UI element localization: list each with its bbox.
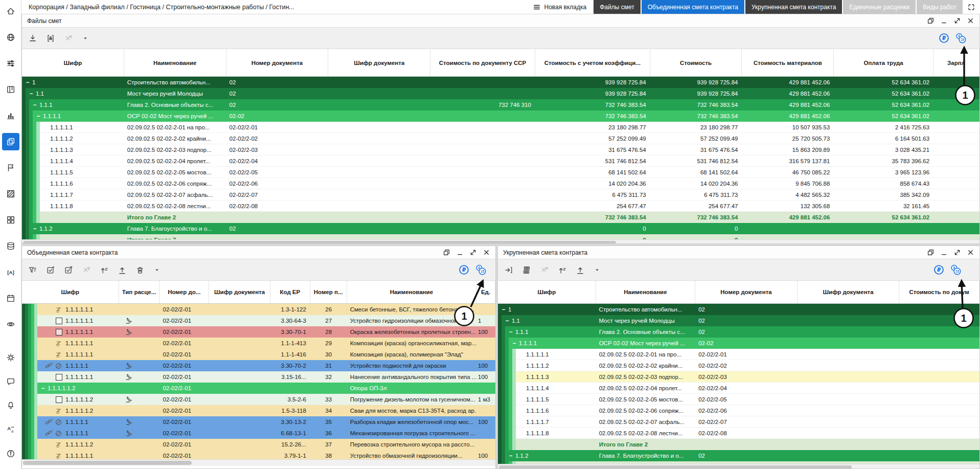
breadcrumb[interactable]: Корпорация / Западный филиал / Гостиница… xyxy=(21,4,294,11)
ruble-currency-icon[interactable]: ₽ xyxy=(459,264,469,275)
download-icon[interactable] xyxy=(28,34,37,43)
collapse-icon[interactable]: − xyxy=(509,329,515,335)
collapse-icon[interactable]: − xyxy=(33,226,39,232)
column-header[interactable]: Номер документа xyxy=(226,49,329,76)
caret-icon[interactable] xyxy=(594,266,601,274)
table-row[interactable]: Итого по Главе 2732 746 383.54732 746 38… xyxy=(22,212,979,223)
maximize-icon[interactable] xyxy=(469,249,477,256)
tab-3[interactable]: Укрупненная смета контракта xyxy=(745,0,842,14)
table-row[interactable]: Итого по Главе 700 xyxy=(22,234,979,239)
collapse-icon[interactable]: − xyxy=(33,102,39,108)
table-row[interactable]: 1.1.1.1.602.09.02.5 02-02-2-06 сопряж...… xyxy=(498,405,979,416)
horizontal-scrollbar[interactable] xyxy=(22,459,495,466)
column-header[interactable]: Номер до... xyxy=(159,281,209,303)
column-header[interactable]: Наименование xyxy=(347,281,476,303)
tab-1[interactable]: Файлы смет xyxy=(594,0,640,14)
sidebar-item-grid[interactable] xyxy=(2,211,19,229)
filter-x-icon[interactable] xyxy=(64,34,73,43)
row-checkbox[interactable] xyxy=(56,329,62,336)
table-row[interactable]: 1.1.1.1.502.09.02.5 02-02-2-05 мостов...… xyxy=(22,167,979,178)
sidebar-item-translate[interactable]: Aя xyxy=(2,421,19,438)
table-row[interactable]: −1.1.1Глава 2. Основные объекты с...02 xyxy=(498,326,979,338)
column-header[interactable]: Стоимость по докум xyxy=(899,281,979,303)
table-row[interactable]: 1.1.1.1.1.202-02/2-011.5-3-11834Сваи для… xyxy=(22,405,495,416)
sidebar-item-text-a[interactable]: [A] xyxy=(2,263,19,281)
table-row[interactable]: 1.1.1.1.1.102-02/2-013.15-16...32Нанесен… xyxy=(22,371,495,383)
collapse-icon[interactable]: − xyxy=(41,385,48,391)
table-row[interactable]: 1.1.1.1.1.102-02/2-011.3-1-12226Смеси бе… xyxy=(22,304,495,315)
horizontal-splitter[interactable] xyxy=(21,244,980,245)
restore-icon[interactable] xyxy=(927,249,935,256)
table-row[interactable]: 1.1.1.1.202.09.02.5 02-02-2-02 крайни...… xyxy=(22,133,979,144)
currencies-count-icon[interactable]: 815 xyxy=(475,264,486,275)
maximize-icon[interactable] xyxy=(953,17,961,25)
table-row[interactable]: Итого по Главе 2 xyxy=(498,439,979,450)
table-row[interactable]: −1Строительство автомобильн...02 xyxy=(498,304,979,315)
column-header[interactable]: Стоимость xyxy=(650,49,742,76)
row-checkbox[interactable] xyxy=(56,318,62,324)
column-header[interactable]: Шифр документа xyxy=(209,281,270,303)
check-off-icon[interactable] xyxy=(64,265,73,275)
column-header[interactable]: Код ЕР xyxy=(270,281,310,303)
maximize-icon[interactable] xyxy=(953,249,961,256)
check-on-icon[interactable] xyxy=(46,265,55,275)
sidebar-item-bell[interactable] xyxy=(2,397,19,414)
collapse-icon[interactable]: − xyxy=(509,453,515,459)
arrow-up-bars-icon[interactable] xyxy=(558,265,567,275)
table-row[interactable]: −1.1.1Глава 2. Основные объекты с...0273… xyxy=(22,99,979,110)
table-row[interactable]: −1Строительство автомобильн...02939 928 … xyxy=(22,77,979,88)
column-header[interactable]: Зарпл xyxy=(933,49,979,76)
sidebar-item-theme[interactable] xyxy=(2,349,19,366)
table-row[interactable]: 1.1.1.1.702.09.02.5 02-02-2-07 асфаль...… xyxy=(22,189,979,200)
table-row[interactable]: 1.1.1.1.1.102-02/2-013.30-70-128Окраска … xyxy=(22,326,495,338)
table-row[interactable]: 1.1.1.1.302.09.02.5 02-02-2-03 подпор...… xyxy=(22,144,979,155)
column-header[interactable]: Наименование xyxy=(124,49,226,76)
close-icon[interactable] xyxy=(967,17,974,25)
column-header[interactable]: Номер п... xyxy=(310,281,347,303)
collapse-icon[interactable]: − xyxy=(37,113,43,119)
table-row[interactable]: 1.1.1.1.1.102-02/2-013.79-1-138Устройств… xyxy=(22,450,495,459)
minimize-icon[interactable] xyxy=(940,17,948,25)
sidebar-item-home[interactable] xyxy=(2,3,19,20)
tab-new[interactable]: Новая вкладка xyxy=(527,0,593,14)
filter-x-icon[interactable] xyxy=(540,265,549,275)
close-icon[interactable] xyxy=(967,249,974,256)
column-header[interactable]: Шифр xyxy=(498,281,596,303)
column-header[interactable]: Шифр xyxy=(22,281,119,303)
ruble-currency-icon[interactable]: ₽ xyxy=(933,264,944,275)
column-header[interactable]: Шифр документа xyxy=(797,281,900,303)
column-header[interactable]: Стоимость материалов xyxy=(742,49,834,76)
scrollbar-thumb[interactable] xyxy=(23,461,192,465)
trash-icon[interactable] xyxy=(135,265,145,275)
table-row[interactable]: −1.1.2Глава 7. Благоустройство и о...02 xyxy=(498,450,979,461)
sidebar-item-globe[interactable] xyxy=(2,29,19,46)
column-header[interactable]: Ед. xyxy=(476,281,495,303)
column-header[interactable]: Стоимость по документу ССР xyxy=(430,49,535,76)
table-row[interactable]: −1.1.2Глава 7. Благоустройство и о...020… xyxy=(22,223,979,234)
sidebar-item-database[interactable] xyxy=(2,237,19,255)
close-icon[interactable] xyxy=(483,249,490,256)
upload-icon[interactable] xyxy=(576,265,585,275)
table-row[interactable]: 1.1.1.1.1.202-02/2-013.5-2-633Погружение… xyxy=(22,394,495,405)
restore-icon[interactable] xyxy=(443,249,450,256)
currencies-count-icon[interactable]: 815 xyxy=(950,264,961,275)
table-row[interactable]: 1.1.1.1.402.09.02.5 02-02-2-04 пролет...… xyxy=(22,155,979,167)
currencies-count-icon[interactable]: 815 xyxy=(955,33,966,43)
upload-icon[interactable] xyxy=(118,265,127,275)
table-row[interactable]: −1.1.1.1ОСР 02-02 Мост через ручей ...02… xyxy=(498,338,979,349)
table-row[interactable]: 1.1.1.1.1.102-02/2-013.30-64-327Устройст… xyxy=(22,315,495,326)
filter-x-icon[interactable] xyxy=(82,265,91,275)
arrow-up-bars-icon[interactable] xyxy=(100,265,109,275)
row-checkbox[interactable] xyxy=(56,374,62,381)
funnel-icon[interactable] xyxy=(28,265,37,275)
column-header[interactable]: Шифр xyxy=(22,49,124,76)
table-row[interactable]: 1.1.1.1.702.09.02.5 02-02-2-07 асфаль...… xyxy=(498,416,979,428)
doc-currency-icon[interactable] xyxy=(46,34,55,43)
column-header[interactable]: Стоимость с учетом коэффици... xyxy=(535,49,650,76)
sidebar-item-adjustments[interactable] xyxy=(2,55,19,72)
table-row[interactable]: −1.1.1.1ОСР 02-02 Мост через ручей ...02… xyxy=(22,110,979,122)
sidebar-item-windows[interactable] xyxy=(2,133,19,150)
sidebar-item-board[interactable] xyxy=(2,81,19,98)
table-row[interactable]: 11.1.1.1.102-02/2-013.30-70-231Устройств… xyxy=(22,360,495,371)
column-header[interactable]: Наименование xyxy=(596,281,696,303)
